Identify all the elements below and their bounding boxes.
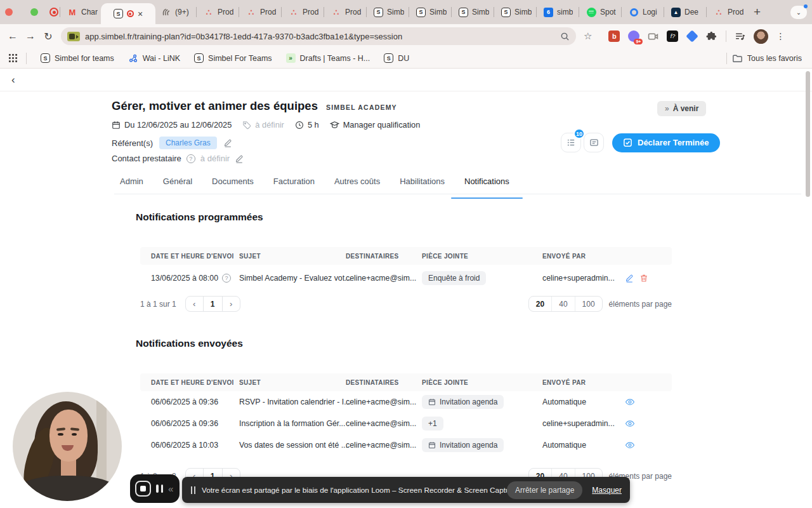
declare-complete-button[interactable]: Déclarer Terminée xyxy=(612,133,720,152)
media-controls-icon[interactable] xyxy=(735,31,745,42)
section-tabs: Admin Général Documents Facturation Autr… xyxy=(114,177,801,194)
extension-badge-icon[interactable]: 9+ xyxy=(628,30,639,42)
browser-tab[interactable]: 6 simb xyxy=(538,0,577,24)
bookmark-item[interactable]: S Simbel For Teams xyxy=(194,53,272,63)
card-view-button[interactable] xyxy=(584,133,604,152)
bookmark-label: Drafts | Teams - H... xyxy=(300,54,370,63)
extension-b-icon[interactable]: b xyxy=(608,30,620,42)
window-zoom-button[interactable] xyxy=(30,8,38,16)
double-chevron-icon: » xyxy=(665,104,669,113)
tab-separator xyxy=(366,7,367,17)
browser-tab[interactable]: ∴ Prod xyxy=(708,0,747,24)
page-size-20[interactable]: 20 xyxy=(529,297,551,311)
extensions-puzzle-icon[interactable] xyxy=(706,31,717,42)
referent-pill[interactable]: Charles Gras xyxy=(159,137,217,149)
scrollbar-thumb[interactable] xyxy=(806,71,810,197)
attachment-label: Invitation agenda xyxy=(440,398,497,406)
extension-shield-icon[interactable] xyxy=(686,30,698,42)
browser-tab[interactable]: Spot xyxy=(580,0,620,24)
col-subject: SUJET xyxy=(239,379,346,386)
profile-avatar[interactable] xyxy=(754,29,768,44)
browser-tab[interactable]: S Simb xyxy=(410,0,450,24)
browser-tab[interactable]: ∴ Prod xyxy=(325,0,365,24)
hide-share-bar-link[interactable]: Masquer xyxy=(592,486,622,495)
edit-referent-icon[interactable] xyxy=(223,138,232,147)
page-size-40[interactable]: 40 xyxy=(551,297,574,311)
tab-general[interactable]: Général xyxy=(163,177,192,194)
cell-attachment: Invitation agenda xyxy=(422,395,542,409)
cell-recipients: celine+acme@sim... xyxy=(346,441,422,450)
calendar-favicon-icon: 6 xyxy=(544,8,553,17)
stop-sharing-button[interactable]: Arrêter le partage xyxy=(507,481,582,499)
tab-documents[interactable]: Documents xyxy=(212,177,254,194)
browser-tab[interactable]: S Simb xyxy=(495,0,535,24)
status-label: À venir xyxy=(673,104,699,113)
forward-button[interactable]: → xyxy=(22,30,39,42)
tab-close-icon[interactable]: × xyxy=(138,10,143,18)
bookmark-item[interactable]: Wai - LiNK xyxy=(128,53,180,64)
browser-tab-gmail[interactable]: M Char xyxy=(62,0,101,24)
cell-subject: Simbel Academy - Evaluez vot... xyxy=(239,274,346,283)
search-icon[interactable] xyxy=(560,32,570,41)
current-page[interactable]: 1 xyxy=(203,297,223,311)
simbel-favicon-icon: S xyxy=(194,53,204,63)
notifications-settings-button[interactable]: 10 xyxy=(561,133,581,152)
tab-autres-couts[interactable]: Autres coûts xyxy=(334,177,380,194)
col-recipients: DESTINATAIRES xyxy=(346,253,422,260)
cell-attachment: +1 xyxy=(422,417,542,431)
attachment-pill: Invitation agenda xyxy=(422,438,504,452)
chrome-menu-icon[interactable]: ⋮ xyxy=(776,31,785,41)
browser-tab-active-simbel[interactable]: S × xyxy=(101,3,155,24)
bookmark-star-icon[interactable]: ☆ xyxy=(584,30,592,42)
tab-habilitations[interactable]: Habilitations xyxy=(400,177,445,194)
bookmarks-separator xyxy=(26,53,27,64)
browser-tab[interactable]: Logi xyxy=(623,0,662,24)
browser-tab[interactable]: ∴ Prod xyxy=(283,0,322,24)
edit-contact-icon[interactable] xyxy=(235,154,244,163)
browser-tab[interactable]: ∴ Prod xyxy=(198,0,237,24)
tab-search-button[interactable]: ⌄ xyxy=(790,6,807,19)
update-dot-icon xyxy=(804,4,808,8)
webcam-bubble[interactable] xyxy=(13,392,122,501)
window-close-button[interactable] xyxy=(5,8,13,16)
view-notification-icon[interactable] xyxy=(625,418,635,429)
browser-tab[interactable]: (9+) xyxy=(155,0,195,24)
tab-notifications[interactable]: Notifications xyxy=(464,177,509,194)
camera-extension-icon[interactable] xyxy=(648,31,658,42)
view-notification-icon[interactable] xyxy=(625,440,635,450)
browser-tab[interactable]: ▲ Dee xyxy=(665,0,705,24)
back-button[interactable]: ← xyxy=(4,30,22,42)
toolbar-separator xyxy=(726,30,726,42)
prev-page-icon[interactable]: ‹ xyxy=(186,297,203,311)
tab-separator xyxy=(579,7,579,17)
app-page: ‹ Gérer, motiver et animer des équipes S… xyxy=(0,69,812,508)
new-tab-button[interactable]: + xyxy=(754,5,761,19)
extension-f-icon[interactable]: f? xyxy=(667,30,678,42)
browser-tab[interactable]: S Simb xyxy=(368,0,407,24)
browser-tab[interactable]: ∴ Prod xyxy=(240,0,280,24)
pause-recording-button[interactable] xyxy=(156,485,163,493)
address-bar[interactable]: app.simbel.fr/training-plan?id=0b3417f8-… xyxy=(61,27,576,45)
tab-separator xyxy=(239,7,239,17)
page-size-100[interactable]: 100 xyxy=(575,297,602,311)
delete-notification-icon[interactable] xyxy=(639,274,648,283)
sent-section-title: Notifications envoyées xyxy=(136,338,243,349)
calendar-icon xyxy=(112,121,121,130)
bookmark-label: Wai - LiNK xyxy=(143,54,180,63)
edit-notification-icon[interactable] xyxy=(625,274,634,283)
bookmark-item[interactable]: S Simbel for teams xyxy=(41,53,114,63)
stop-recording-button[interactable] xyxy=(135,481,151,497)
bookmark-item[interactable]: » Drafts | Teams - H... xyxy=(286,53,370,63)
apps-grid-icon[interactable] xyxy=(9,54,17,62)
reload-button[interactable]: ↻ xyxy=(39,30,57,43)
all-bookmarks-button[interactable]: Tous les favoris xyxy=(726,53,802,64)
browser-tab[interactable]: S Simb xyxy=(453,0,492,24)
restart-recording-icon[interactable]: « xyxy=(168,483,173,494)
bookmark-item[interactable]: S DU xyxy=(384,53,409,63)
view-notification-icon[interactable] xyxy=(625,397,635,407)
tab-facturation[interactable]: Facturation xyxy=(273,177,315,194)
page-back-button[interactable]: ‹ xyxy=(11,74,15,86)
url-text[interactable]: app.simbel.fr/training-plan?id=0b3417f8-… xyxy=(85,32,554,41)
next-page-icon[interactable]: › xyxy=(223,297,240,311)
tab-admin[interactable]: Admin xyxy=(120,177,143,194)
